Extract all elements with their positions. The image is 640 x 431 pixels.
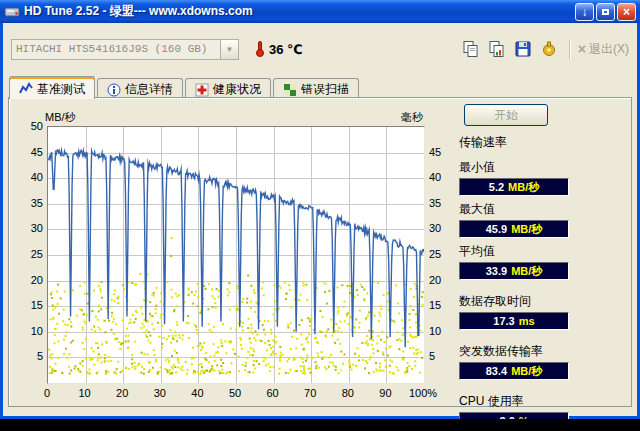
temperature-indicator: 36 ℃ xyxy=(255,41,303,57)
tab-benchmark[interactable]: 基准测试 xyxy=(9,76,95,99)
stat-access-time: 数据存取时间 17.3 ms xyxy=(459,293,581,330)
start-button[interactable]: 开始 xyxy=(464,104,548,126)
options-icon xyxy=(539,39,559,59)
chart-plot-area xyxy=(47,126,425,384)
stat-burst-rate-value-box: 83.4 MB/秒 xyxy=(459,362,569,380)
tab-bar: 基准测试 信息详情 健康状况 xyxy=(9,76,361,98)
transfer-rate-group-title: 传输速率 xyxy=(459,134,581,151)
temperature-value: 36 xyxy=(269,42,283,57)
hd-tune-window: HD Tune 2.52 - 绿盟--- www.xdowns.com ↓ × … xyxy=(0,0,640,419)
tab-health[interactable]: 健康状况 xyxy=(185,78,271,98)
benchmark-icon xyxy=(19,82,33,96)
exit-button[interactable]: × 退出(X) xyxy=(578,41,629,58)
save-button[interactable] xyxy=(510,37,536,61)
chevron-down-icon[interactable]: ▼ xyxy=(220,40,238,59)
stats-column: 传输速率 最小值 5.2 MB/秒 最大值 45.9 MB/秒 xyxy=(459,134,581,431)
benchmark-chart xyxy=(48,127,424,383)
stat-average: 平均值 33.9 MB/秒 xyxy=(459,243,581,280)
down-arrow-icon: ↓ xyxy=(582,5,588,19)
maximize-button[interactable] xyxy=(596,3,615,21)
stat-access-time-value-box: 17.3 ms xyxy=(459,312,569,330)
copy-chart-button[interactable] xyxy=(484,37,510,61)
desktop-background xyxy=(0,419,640,431)
exit-label: 退出(X) xyxy=(589,41,629,58)
stat-minimum-value-box: 5.2 MB/秒 xyxy=(459,178,569,196)
thermometer-icon xyxy=(255,41,265,57)
titlebar[interactable]: HD Tune 2.52 - 绿盟--- www.xdowns.com ↓ × xyxy=(0,0,640,23)
exit-icon: × xyxy=(578,41,586,57)
toolbar-buttons: × 退出(X) xyxy=(458,37,629,61)
stat-minimum: 最小值 5.2 MB/秒 xyxy=(459,159,581,196)
close-icon: × xyxy=(623,5,630,19)
benchmark-panel: 开始 MB/秒 毫秒 5045403530252015105 454035302… xyxy=(8,97,632,407)
stat-burst-rate: 突发数据传输率 83.4 MB/秒 xyxy=(459,343,581,380)
toolbar-separator xyxy=(569,39,571,59)
close-button[interactable]: × xyxy=(617,3,636,21)
y-right-axis-unit: 毫秒 xyxy=(401,110,423,125)
y-left-axis-unit: MB/秒 xyxy=(45,110,76,125)
save-icon xyxy=(513,39,533,59)
error-scan-icon xyxy=(283,83,297,97)
info-icon xyxy=(107,83,121,97)
stat-maximum-value-box: 45.9 MB/秒 xyxy=(459,220,569,238)
drive-select[interactable]: HITACHI HTS541616J9S (160 GB) ▼ xyxy=(11,39,239,60)
minimize-button[interactable]: ↓ xyxy=(575,3,594,21)
health-cross-icon xyxy=(195,83,209,97)
screen: HD Tune 2.52 - 绿盟--- www.xdowns.com ↓ × … xyxy=(0,0,640,431)
tab-error-scan[interactable]: 错误扫描 xyxy=(273,78,359,98)
app-icon xyxy=(4,4,20,20)
drive-select-value: HITACHI HTS541616J9S (160 GB) xyxy=(12,40,220,59)
toolbar: HITACHI HTS541616J9S (160 GB) ▼ 36 ℃ xyxy=(3,23,637,75)
copy-icon xyxy=(461,39,481,59)
copy-chart-icon xyxy=(487,39,507,59)
stat-average-value-box: 33.9 MB/秒 xyxy=(459,262,569,280)
maximize-icon xyxy=(602,9,609,15)
temperature-unit: ℃ xyxy=(287,42,303,57)
tab-info[interactable]: 信息详情 xyxy=(97,78,183,98)
stat-maximum: 最大值 45.9 MB/秒 xyxy=(459,201,581,238)
window-title: HD Tune 2.52 - 绿盟--- www.xdowns.com xyxy=(24,3,573,20)
copy-button[interactable] xyxy=(458,37,484,61)
options-button[interactable] xyxy=(536,37,562,61)
